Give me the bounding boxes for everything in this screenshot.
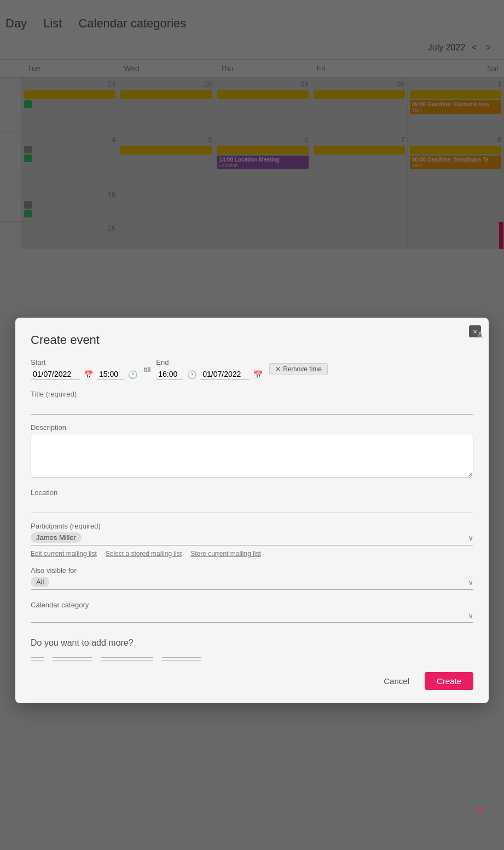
edit-mailing-link[interactable]: Edit current mailing list — [31, 550, 97, 558]
end-time-input[interactable] — [156, 369, 183, 380]
participants-select-row[interactable]: James Miller ∨ — [31, 532, 473, 545]
start-calendar-icon[interactable]: 📅 — [83, 369, 94, 380]
spacer — [31, 594, 473, 601]
remove-time-x: ✕ — [275, 365, 281, 373]
store-mailing-link[interactable]: Store current mailing list — [190, 550, 261, 558]
visible-tag: All — [31, 577, 49, 587]
visible-for-label: Also visible for — [31, 566, 473, 575]
end-date-group: 🕐 📅 — [156, 369, 264, 380]
add-more-link-1[interactable]: —— — [31, 653, 44, 661]
modal-scroll-up-arrow[interactable]: ∧ — [476, 328, 484, 341]
end-clock-icon[interactable]: 🕐 — [186, 369, 198, 380]
participants-label: Participants (required) — [31, 522, 473, 530]
start-group: Start 📅 🕐 — [31, 358, 138, 380]
add-more-link-3[interactable]: ———————— — [101, 653, 153, 661]
remove-time-label: Remove time — [283, 365, 322, 373]
calendar-category-chevron-icon: ∨ — [468, 611, 473, 620]
title-input[interactable] — [31, 400, 473, 415]
visible-chevron-icon: ∨ — [468, 578, 473, 587]
remove-time-button[interactable]: ✕ Remove time — [269, 363, 328, 375]
select-mailing-link[interactable]: Select a stored mailing list — [106, 550, 182, 558]
participants-chevron-icon: ∨ — [468, 533, 473, 542]
location-label: Location — [31, 489, 473, 497]
modal-footer: Cancel Create — [31, 672, 473, 690]
start-clock-icon[interactable]: 🕐 — [127, 369, 138, 380]
end-calendar-icon[interactable]: 📅 — [252, 369, 264, 380]
title-field-label: Title (required) — [31, 390, 473, 398]
description-label: Description — [31, 423, 473, 432]
end-date-input[interactable] — [200, 369, 250, 380]
cancel-button[interactable]: Cancel — [375, 672, 418, 690]
participant-tag: James Miller — [31, 532, 82, 543]
calendar-category-select-row[interactable]: ∨ — [31, 611, 473, 623]
mailing-links-row: Edit current mailing list Select a store… — [31, 550, 473, 558]
end-group: End 🕐 📅 — [156, 358, 264, 380]
create-button[interactable]: Create — [425, 672, 473, 690]
modal-title: Create event — [31, 333, 473, 347]
add-more-link-2[interactable]: —————— — [53, 653, 92, 661]
end-label: End — [156, 358, 264, 366]
add-more-link-4[interactable]: —————— — [162, 653, 201, 661]
till-label: till — [144, 365, 150, 374]
start-time-input[interactable] — [97, 369, 124, 380]
calendar-category-label: Calendar category — [31, 601, 473, 609]
add-more-question: Do you want to add more? — [31, 638, 473, 648]
datetime-row: Start 📅 🕐 till End 🕐 📅 ✕ Remove time — [31, 358, 473, 380]
spacer2 — [31, 627, 473, 638]
description-textarea[interactable] — [31, 434, 473, 478]
create-event-modal: × Create event Start 📅 🕐 till End 🕐 📅 ✕ — [15, 318, 489, 703]
start-date-group: 📅 🕐 — [31, 369, 138, 380]
start-date-input[interactable] — [31, 369, 80, 380]
location-input[interactable] — [31, 499, 473, 513]
modal-scroll-down-arrow[interactable]: ∨ — [476, 803, 484, 816]
visible-for-select-row[interactable]: All ∨ — [31, 577, 473, 590]
add-more-links-row: —— —————— ———————— —————— — [31, 653, 473, 661]
start-label: Start — [31, 358, 138, 366]
